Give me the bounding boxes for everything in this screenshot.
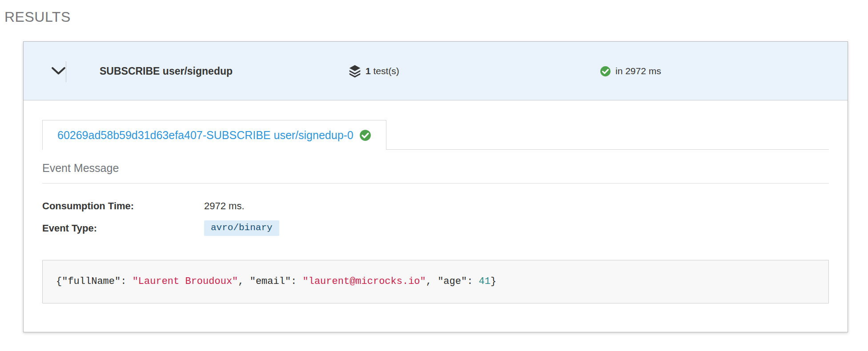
check-circle-icon [600,66,611,77]
detail-row-consumption-time: Consumption Time: 2972 ms. [42,197,829,215]
event-type-label: Event Type: [42,223,204,234]
event-type-badge: avro/binary [204,220,279,236]
payload-token-number: 41 [479,276,490,287]
tab-label: 60269ad58b59d31d63efa407-SUBSCRIBE user/… [57,129,354,142]
check-circle-icon [359,129,371,141]
payload-block: {"fullName": "Laurent Broudoux", "email"… [42,260,829,303]
tabs-bottom-rule [386,120,829,150]
test-case-tabs: 60269ad58b59d31d63efa407-SUBSCRIBE user/… [42,120,829,150]
tests-count-text: 1 test(s) [366,66,399,76]
section-title: Event Message [42,162,829,175]
section-divider [42,183,829,183]
tests-label: test(s) [374,66,399,76]
payload-token-plain: {"fullName": [56,276,133,287]
payload-code: {"fullName": "Laurent Broudoux", "email"… [56,274,815,289]
operation-title: SUBSCRIBE user/signedup [100,42,233,100]
result-card-body: 60269ad58b59d31d63efa407-SUBSCRIBE user/… [24,100,848,332]
detail-row-event-type: Event Type: avro/binary [42,219,829,237]
payload-token-plain: , "age": [426,276,479,287]
chevron-down-icon [51,67,66,75]
page-title: RESULTS [4,7,868,27]
tests-count: 1 [366,66,371,76]
results-page: RESULTS SUBSCRIBE user/signedup [0,0,868,332]
duration-text: in 2972 ms [615,66,661,76]
layers-stack-icon [349,65,361,78]
duration-cell: in 2972 ms [600,42,661,100]
tab-test-case[interactable]: 60269ad58b59d31d63efa407-SUBSCRIBE user/… [42,120,386,150]
expand-toggle-button[interactable] [44,59,72,84]
test-result-card: SUBSCRIBE user/signedup 1 test(s) [23,41,848,332]
header-divider [66,61,66,82]
payload-token-string: "laurent@microcks.io" [303,276,426,287]
event-details: Consumption Time: 2972 ms. Event Type: a… [42,197,829,237]
tests-count-cell: 1 test(s) [349,42,399,100]
payload-token-plain: } [490,276,496,287]
consumption-time-label: Consumption Time: [42,200,204,212]
result-card-header: SUBSCRIBE user/signedup 1 test(s) [24,42,848,100]
payload-token-plain: , "email": [238,276,302,287]
consumption-time-value: 2972 ms. [204,200,245,212]
payload-token-string: "Laurent Broudoux" [133,276,238,287]
